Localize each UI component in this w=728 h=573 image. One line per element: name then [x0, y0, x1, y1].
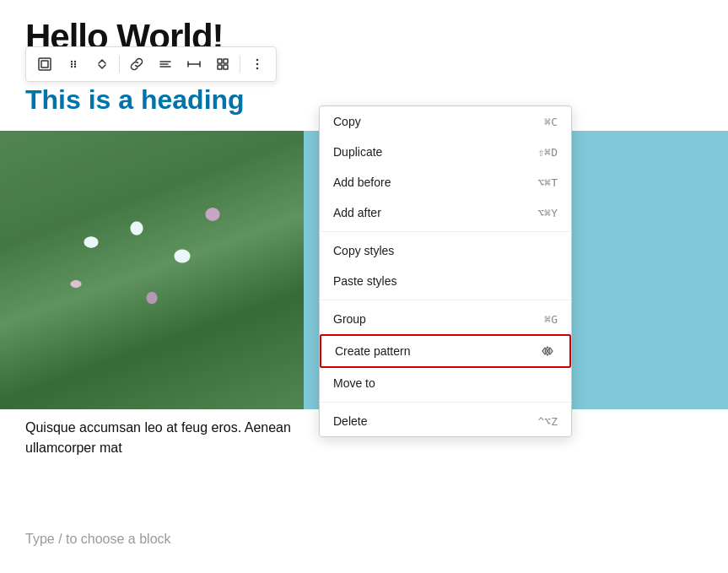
grid-button[interactable]	[209, 51, 236, 78]
bottom-paragraph[interactable]: Quisque accumsan leo at feug eros. Aenea…	[25, 418, 312, 458]
svg-rect-15	[224, 59, 228, 63]
align-button[interactable]	[152, 51, 179, 78]
svg-rect-16	[218, 65, 222, 69]
svg-point-20	[256, 68, 259, 70]
toolbar-divider-2	[240, 56, 240, 73]
svg-point-3	[74, 61, 76, 62]
svg-rect-1	[41, 61, 48, 68]
menu-item-duplicate[interactable]: Duplicate ⇧⌘D	[320, 137, 571, 167]
svg-point-2	[71, 61, 73, 62]
menu-item-copy-styles[interactable]: Copy styles	[320, 235, 571, 266]
menu-item-add-before[interactable]: Add before ⌥⌘T	[320, 167, 571, 197]
svg-rect-17	[224, 65, 228, 69]
menu-divider-3	[320, 402, 571, 403]
menu-item-create-pattern[interactable]: Create pattern	[320, 334, 571, 368]
flower-image	[0, 131, 304, 409]
resize-button[interactable]	[181, 51, 208, 78]
editor-area: Hello World!	[0, 0, 728, 573]
menu-divider-1	[320, 231, 571, 232]
heading-block[interactable]: This is a heading	[25, 84, 245, 116]
menu-item-paste-styles[interactable]: Paste styles	[320, 266, 571, 296]
link-button[interactable]	[123, 51, 150, 78]
context-menu: Copy ⌘C Duplicate ⇧⌘D Add before ⌥⌘T Add…	[319, 105, 572, 437]
menu-divider-2	[320, 300, 571, 300]
select-block-button[interactable]	[31, 51, 58, 78]
menu-item-group[interactable]: Group ⌘G	[320, 304, 571, 334]
svg-rect-14	[218, 59, 222, 63]
menu-item-move-to[interactable]: Move to	[320, 368, 571, 398]
type-hint: Type / to choose a block	[25, 532, 171, 547]
svg-point-4	[71, 63, 73, 65]
svg-point-19	[256, 63, 259, 66]
menu-item-add-after[interactable]: Add after ⌥⌘Y	[320, 197, 571, 228]
svg-point-18	[256, 59, 259, 62]
toolbar-divider-1	[119, 56, 120, 73]
block-toolbar	[25, 46, 277, 82]
move-up-down-button[interactable]	[89, 51, 116, 78]
menu-item-delete[interactable]: Delete ^⌥Z	[320, 406, 571, 436]
drag-handle-button[interactable]	[60, 51, 87, 78]
svg-rect-0	[39, 58, 51, 70]
svg-point-5	[74, 63, 76, 65]
svg-point-7	[74, 66, 76, 68]
menu-item-copy[interactable]: Copy ⌘C	[320, 106, 571, 137]
image-block[interactable]	[0, 131, 304, 409]
more-options-button[interactable]	[244, 51, 271, 78]
svg-point-6	[71, 66, 73, 68]
